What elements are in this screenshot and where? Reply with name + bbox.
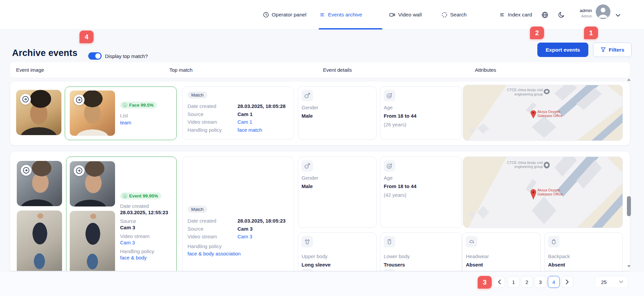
pagination-prev-button[interactable] [493, 276, 505, 288]
gender-card: Gender Male [298, 157, 377, 228]
age-card: 18 Age From 18 to 44 (26 years) [380, 86, 462, 140]
list-icon [499, 12, 505, 18]
annotation-badge-4: 4 [79, 31, 94, 43]
open-match-icon[interactable] [74, 95, 85, 105]
user-name: admin [572, 8, 592, 14]
list-label: List [120, 113, 128, 118]
nav-label: Operator panel [272, 12, 306, 18]
field-value: 28.03.2025, 12:55:23 [120, 210, 175, 215]
attribute-label: Headwear [466, 253, 489, 259]
event-row-1: Face 99.5% List team Match Date created2… [10, 81, 630, 145]
handling-policy-link[interactable]: face & body [120, 255, 175, 260]
location-map[interactable]: CTCE china tiesiju civilengineering grou… [463, 157, 623, 228]
video-stream-link[interactable]: Cam 3 [120, 240, 175, 245]
age-value: From 18 to 44 [384, 113, 417, 119]
cap-icon [466, 236, 477, 247]
top-match-card[interactable]: Event 99.95% Date created 28.03.2025, 12… [66, 157, 177, 271]
match-body-image[interactable] [70, 211, 115, 271]
pagination-page-2[interactable]: 2 [521, 276, 533, 288]
scrollbar-thumb[interactable] [627, 196, 631, 216]
col-attributes: Attributes [475, 67, 496, 73]
chevron-down-icon [619, 281, 623, 283]
open-match-icon[interactable] [74, 165, 85, 176]
nav-index-card[interactable]: Index card [499, 0, 532, 29]
face-scan-icon [122, 103, 127, 108]
nav-label: Video wall [398, 12, 422, 18]
age-note: (42 years) [384, 192, 407, 198]
user-menu-chevron-down-icon[interactable] [614, 11, 622, 19]
scroll-up-arrow[interactable] [627, 78, 631, 81]
event-face-image[interactable] [17, 161, 62, 206]
location-map[interactable]: CTCE china tiesiju civilengineering grou… [463, 85, 623, 141]
attribute-label: Upper body [302, 253, 328, 259]
match-details-card: Match Date created28.03.2025, 18:05:23 S… [182, 157, 294, 271]
pagination-page-4-active[interactable]: 4 [548, 276, 560, 288]
svg-text:18: 18 [388, 95, 391, 97]
pagination-next-button[interactable] [561, 276, 573, 288]
annotation-badge-2: 2 [530, 26, 544, 39]
video-camera-icon [389, 12, 395, 18]
age-card: 18 Age From 18 to 44 (42 years) [380, 157, 462, 228]
video-stream-link[interactable]: Cam 1 [237, 119, 252, 125]
gender-label: Gender [302, 105, 318, 110]
field-value: Cam 1 [237, 111, 253, 117]
age-18-icon: 18 [384, 90, 395, 101]
page-size-select[interactable]: 25 [595, 276, 628, 288]
page-title: Archive events [12, 48, 77, 58]
field-label: Handling policy [120, 248, 175, 254]
nav-video-wall[interactable]: Video wall [389, 0, 422, 29]
search-icon [441, 12, 447, 18]
tshirt-icon [302, 236, 313, 247]
match-face-image[interactable] [70, 161, 115, 206]
attribute-label: Lower body [384, 253, 410, 259]
face-confidence-badge: Face 99.5% [120, 102, 157, 109]
open-event-icon[interactable] [20, 94, 31, 105]
language-globe-icon[interactable] [541, 11, 549, 19]
event-body-image[interactable] [17, 211, 62, 271]
nav-search[interactable]: Search [441, 0, 467, 29]
gender-value: Male [302, 183, 313, 189]
handling-policy-link[interactable]: face & body association [187, 251, 290, 256]
open-event-icon[interactable] [21, 165, 32, 176]
gender-value: Male [302, 113, 313, 119]
field-label: Handling policy [187, 127, 237, 133]
active-tab-underline [319, 28, 382, 29]
dark-mode-moon-icon[interactable] [557, 11, 566, 19]
field-label: Video stream [120, 233, 175, 239]
event-face-image[interactable] [16, 90, 61, 135]
pagination-page-3[interactable]: 3 [534, 276, 546, 288]
field-label: Video stream [187, 119, 237, 125]
nav-events-archive[interactable]: Events archive [319, 0, 362, 29]
col-top-match: Top match [169, 67, 193, 73]
match-pill: Match [187, 92, 207, 99]
face-scan-icon [122, 193, 127, 198]
table-bottom-divider [10, 271, 630, 272]
match-pill: Match [187, 206, 207, 213]
field-label: Date created [187, 218, 237, 224]
col-event-image: Event image [16, 67, 44, 73]
pagination-page-1[interactable]: 1 [507, 276, 520, 288]
avatar[interactable] [596, 4, 610, 19]
age-18-icon: 18 [384, 160, 395, 172]
attribute-label: Backpack [548, 253, 570, 259]
export-events-button[interactable]: Export events [537, 43, 588, 57]
field-label: Video stream [187, 234, 237, 239]
field-label: Date created [120, 203, 175, 209]
scroll-down-arrow[interactable] [627, 265, 631, 268]
filters-button[interactable]: Filters [593, 43, 632, 57]
handling-policy-link[interactable]: face match [237, 127, 262, 133]
match-face-image[interactable] [70, 91, 115, 136]
headwear-card: Headwear Absent [462, 232, 541, 271]
map-place-label-red: Akoya OxygenGatepass Office [537, 188, 562, 196]
gender-card: Gender Male [298, 86, 377, 140]
map-place-label: CTCE china tiesiju civilengineering grou… [507, 161, 543, 169]
top-match-card[interactable]: Face 99.5% List team [65, 86, 177, 140]
nav-operator-panel[interactable]: Operator panel [263, 0, 306, 29]
annotation-badge-3: 3 [478, 276, 492, 289]
video-stream-link[interactable]: Cam 3 [237, 234, 252, 239]
field-value: 28.03.2025, 18:05:23 [237, 218, 285, 224]
list-link[interactable]: team [120, 120, 131, 125]
age-label: Age [384, 175, 393, 181]
age-value: From 18 to 44 [384, 183, 417, 189]
display-top-match-toggle[interactable] [88, 52, 102, 60]
